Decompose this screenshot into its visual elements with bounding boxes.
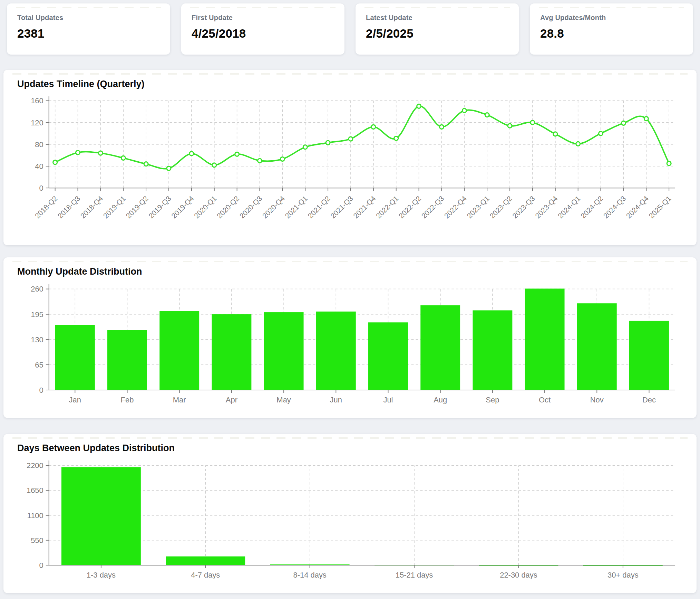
svg-text:160: 160 bbox=[31, 96, 43, 105]
svg-text:Nov: Nov bbox=[590, 396, 604, 404]
svg-text:2022-Q1: 2022-Q1 bbox=[375, 194, 400, 220]
svg-text:2020-Q3: 2020-Q3 bbox=[238, 194, 263, 220]
stat-label: Latest Update bbox=[366, 14, 508, 22]
svg-text:8-14 days: 8-14 days bbox=[293, 571, 327, 579]
svg-text:2018-Q2: 2018-Q2 bbox=[33, 194, 59, 220]
svg-text:2022-Q4: 2022-Q4 bbox=[443, 194, 468, 220]
svg-text:2019-Q2: 2019-Q2 bbox=[124, 194, 150, 220]
svg-text:2020-Q4: 2020-Q4 bbox=[261, 194, 286, 220]
svg-text:2018-Q4: 2018-Q4 bbox=[79, 194, 104, 220]
svg-text:2020-Q1: 2020-Q1 bbox=[193, 194, 218, 220]
svg-text:2200: 2200 bbox=[27, 461, 43, 470]
svg-text:2023-Q1: 2023-Q1 bbox=[465, 194, 491, 220]
svg-text:65: 65 bbox=[35, 361, 43, 369]
svg-text:0: 0 bbox=[39, 184, 43, 192]
svg-text:2024-Q2: 2024-Q2 bbox=[579, 194, 604, 220]
stat-value: 4/25/2018 bbox=[192, 27, 334, 40]
stat-card-first-update: First Update 4/25/2018 bbox=[181, 3, 344, 55]
stat-label: Avg Updates/Month bbox=[540, 14, 683, 22]
svg-text:0: 0 bbox=[39, 561, 43, 570]
svg-text:2018-Q3: 2018-Q3 bbox=[56, 194, 81, 220]
svg-text:2024-Q1: 2024-Q1 bbox=[556, 194, 582, 220]
svg-text:May: May bbox=[276, 396, 291, 404]
panel-monthly-distribution: Monthly Update Distribution 065130195260… bbox=[3, 257, 697, 418]
svg-text:1100: 1100 bbox=[27, 511, 43, 520]
svg-text:Feb: Feb bbox=[121, 396, 134, 404]
svg-text:2020-Q2: 2020-Q2 bbox=[215, 194, 241, 220]
svg-text:40: 40 bbox=[35, 162, 43, 171]
updates-timeline-chart: 040801201602018-Q22018-Q32018-Q42019-Q12… bbox=[14, 92, 686, 236]
stat-value: 2381 bbox=[17, 27, 160, 40]
stat-label: First Update bbox=[192, 14, 334, 22]
svg-text:Jul: Jul bbox=[383, 396, 393, 404]
svg-text:130: 130 bbox=[31, 335, 43, 344]
panel-title: Monthly Update Distribution bbox=[17, 266, 686, 277]
svg-text:2022-Q2: 2022-Q2 bbox=[397, 194, 423, 220]
svg-text:260: 260 bbox=[31, 285, 43, 293]
svg-text:1-3 days: 1-3 days bbox=[87, 571, 116, 579]
svg-text:Dec: Dec bbox=[642, 396, 656, 404]
svg-text:Apr: Apr bbox=[226, 396, 237, 404]
svg-text:22-30 days: 22-30 days bbox=[500, 571, 537, 579]
panel-title: Days Between Updates Distribution bbox=[17, 443, 686, 454]
stat-card-latest-update: Latest Update 2/5/2025 bbox=[356, 3, 519, 55]
svg-text:2024-Q3: 2024-Q3 bbox=[602, 194, 627, 220]
panel-updates-timeline: Updates Timeline (Quarterly) 04080120160… bbox=[3, 70, 697, 245]
svg-text:550: 550 bbox=[31, 536, 43, 545]
stat-card-avg-updates-month: Avg Updates/Month 28.8 bbox=[530, 3, 693, 55]
svg-text:15-21 days: 15-21 days bbox=[396, 571, 433, 579]
svg-text:2023-Q2: 2023-Q2 bbox=[488, 194, 514, 220]
svg-text:2024-Q4: 2024-Q4 bbox=[624, 194, 650, 220]
svg-text:2023-Q4: 2023-Q4 bbox=[534, 194, 559, 220]
svg-text:Mar: Mar bbox=[173, 396, 186, 404]
stat-value: 2/5/2025 bbox=[366, 27, 508, 40]
svg-text:2021-Q4: 2021-Q4 bbox=[352, 194, 377, 220]
svg-text:1650: 1650 bbox=[27, 486, 43, 495]
svg-text:Jan: Jan bbox=[69, 396, 81, 404]
svg-text:Jun: Jun bbox=[330, 396, 342, 404]
panel-title: Updates Timeline (Quarterly) bbox=[17, 79, 686, 89]
svg-text:80: 80 bbox=[35, 140, 43, 149]
svg-text:2025-Q1: 2025-Q1 bbox=[647, 194, 673, 220]
svg-text:2019-Q4: 2019-Q4 bbox=[170, 194, 195, 220]
svg-text:2023-Q3: 2023-Q3 bbox=[511, 194, 536, 220]
monthly-distribution-chart: 065130195260JanFebMarAprMayJunJulAugSepO… bbox=[14, 279, 686, 409]
svg-text:2019-Q3: 2019-Q3 bbox=[147, 194, 173, 220]
svg-text:4-7 days: 4-7 days bbox=[191, 571, 220, 579]
stat-card-total-updates: Total Updates 2381 bbox=[7, 3, 170, 55]
svg-text:195: 195 bbox=[31, 310, 43, 319]
svg-text:Aug: Aug bbox=[434, 396, 447, 404]
svg-text:2021-Q3: 2021-Q3 bbox=[329, 194, 354, 220]
svg-text:2021-Q1: 2021-Q1 bbox=[283, 194, 309, 220]
stat-value: 28.8 bbox=[540, 27, 683, 40]
svg-text:Oct: Oct bbox=[539, 396, 551, 404]
svg-text:Sep: Sep bbox=[486, 396, 499, 404]
svg-text:30+ days: 30+ days bbox=[607, 571, 639, 579]
days-between-distribution-chart: 05501100165022001-3 days4-7 days8-14 day… bbox=[14, 456, 686, 584]
svg-text:0: 0 bbox=[39, 386, 43, 394]
svg-text:2019-Q1: 2019-Q1 bbox=[101, 194, 127, 220]
svg-text:2022-Q3: 2022-Q3 bbox=[420, 194, 445, 220]
svg-text:2021-Q2: 2021-Q2 bbox=[306, 194, 332, 220]
stats-row: Total Updates 2381 First Update 4/25/201… bbox=[0, 0, 700, 55]
panel-days-between-distribution: Days Between Updates Distribution 055011… bbox=[3, 434, 697, 593]
svg-text:120: 120 bbox=[31, 118, 43, 127]
stat-label: Total Updates bbox=[17, 14, 160, 22]
